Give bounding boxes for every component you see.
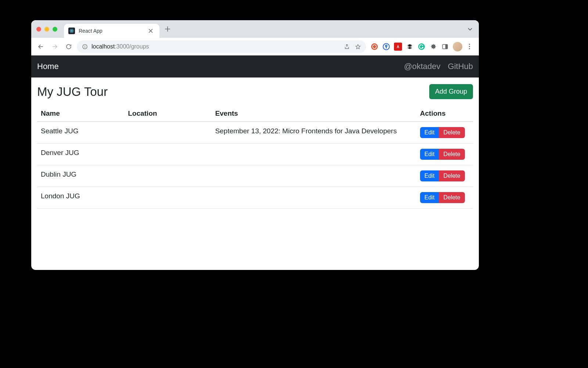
th-events: Events (211, 106, 416, 122)
browser-tab[interactable]: React App (64, 24, 159, 38)
bookmark-star-icon[interactable] (355, 44, 361, 50)
browser-window: React App localhost:3000/groups (31, 20, 479, 270)
window-minimize[interactable] (44, 27, 49, 32)
svg-point-10 (386, 45, 387, 46)
nav-home-link[interactable]: Home (37, 62, 59, 71)
page-title: My JUG Tour (37, 85, 108, 99)
cell-actions: EditDelete (416, 122, 473, 144)
grammarly-icon[interactable] (417, 43, 426, 51)
cell-events (211, 165, 416, 187)
cell-location (124, 187, 211, 209)
cell-location (124, 144, 211, 165)
edit-button[interactable]: Edit (420, 192, 439, 203)
cell-events (211, 144, 416, 165)
reload-button[interactable] (63, 41, 75, 53)
new-tab-button[interactable] (159, 26, 176, 32)
duckduckgo-icon[interactable] (370, 43, 379, 51)
window-maximize[interactable] (53, 27, 57, 32)
nav-oktadev-link[interactable]: @oktadev (404, 62, 440, 71)
cell-name: Denver JUG (37, 144, 124, 165)
cell-name: Seattle JUG (37, 122, 124, 144)
svg-point-8 (373, 45, 376, 48)
table-row: London JUGEditDelete (37, 187, 473, 209)
cell-location (124, 165, 211, 187)
extensions-puzzle-icon[interactable] (429, 43, 437, 51)
edit-button[interactable]: Edit (420, 127, 439, 138)
nav-github-link[interactable]: GitHub (448, 62, 473, 71)
window-close[interactable] (36, 27, 41, 32)
cell-actions: EditDelete (416, 144, 473, 165)
table-row: Denver JUGEditDelete (37, 144, 473, 165)
delete-button[interactable]: Delete (439, 127, 465, 138)
app-navbar: Home @oktadev GitHub (31, 55, 479, 77)
angular-icon[interactable] (394, 43, 402, 51)
url-path: :3000/groups (115, 43, 149, 50)
action-button-group: EditDelete (420, 192, 465, 203)
cell-events: September 13, 2022: Micro Frontends for … (211, 122, 416, 144)
cell-location (124, 122, 211, 144)
table-row: Seattle JUGSeptember 13, 2022: Micro Fro… (37, 122, 473, 144)
svg-point-0 (71, 30, 72, 31)
edit-button[interactable]: Edit (420, 149, 439, 160)
forward-button[interactable] (49, 41, 61, 53)
share-icon[interactable] (344, 44, 350, 50)
delete-button[interactable]: Delete (439, 192, 465, 203)
profile-avatar[interactable] (453, 42, 462, 51)
cell-name: London JUG (37, 187, 124, 209)
back-button[interactable] (35, 41, 47, 53)
browser-menu-icon[interactable] (466, 44, 473, 49)
window-controls (36, 27, 57, 32)
delete-button[interactable]: Delete (439, 149, 465, 160)
buffer-icon[interactable] (406, 43, 414, 51)
edit-button[interactable]: Edit (420, 170, 439, 181)
action-button-group: EditDelete (420, 149, 465, 160)
groups-table: Name Location Events Actions Seattle JUG… (37, 106, 473, 209)
cell-actions: EditDelete (416, 187, 473, 209)
url-input[interactable]: localhost:3000/groups (77, 40, 366, 53)
address-bar: localhost:3000/groups (31, 38, 479, 55)
react-favicon-icon (68, 28, 75, 34)
tab-close-icon[interactable] (146, 29, 155, 33)
action-button-group: EditDelete (420, 170, 465, 181)
onepassword-icon[interactable] (382, 43, 390, 51)
add-group-button[interactable]: Add Group (429, 84, 473, 99)
page-content: My JUG Tour Add Group Name Location Even… (31, 77, 479, 215)
th-name: Name (37, 106, 124, 122)
cell-name: Dublin JUG (37, 165, 124, 187)
delete-button[interactable]: Delete (439, 170, 465, 181)
action-button-group: EditDelete (420, 127, 465, 138)
side-panel-icon[interactable] (441, 43, 449, 51)
url-host: localhost (92, 43, 115, 50)
svg-point-5 (85, 45, 85, 46)
page-header: My JUG Tour Add Group (37, 84, 473, 99)
cell-events (211, 187, 416, 209)
cell-actions: EditDelete (416, 165, 473, 187)
th-actions: Actions (416, 106, 473, 122)
site-info-icon[interactable] (82, 44, 88, 50)
tab-title: React App (79, 28, 146, 34)
extension-icons (368, 42, 475, 51)
svg-rect-13 (445, 44, 448, 49)
tab-overflow-icon[interactable] (467, 26, 473, 32)
th-location: Location (124, 106, 211, 122)
browser-tab-bar: React App (31, 20, 479, 38)
table-row: Dublin JUGEditDelete (37, 165, 473, 187)
